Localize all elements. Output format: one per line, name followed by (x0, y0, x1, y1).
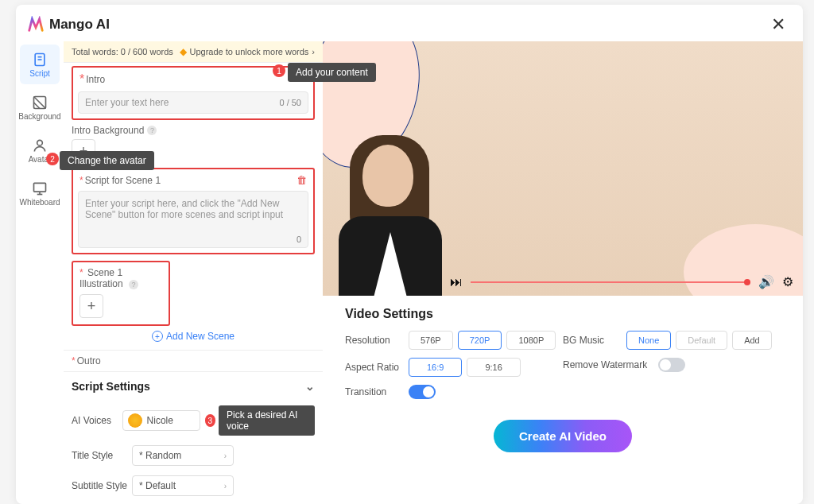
title-style-label: Title Style (72, 450, 132, 461)
callout-3: Pick a desired AI voice (219, 405, 315, 436)
scene-count: 0 (297, 235, 301, 244)
word-banner: Total words: 0 / 600 words ◆ Upgrade to … (64, 41, 323, 63)
preview-canvas: ⏭ 🔊 ⚙ (323, 41, 803, 296)
svg-rect-7 (34, 183, 46, 192)
voice-avatar-icon (128, 413, 142, 428)
callout-1: Add your content (288, 63, 376, 82)
bgmusic-label: BG Music (563, 335, 626, 346)
chevron-right-icon: › (224, 452, 227, 460)
scene-textarea[interactable]: Enter your script here, and click the "A… (78, 191, 308, 248)
seek-bar[interactable] (471, 281, 750, 283)
trash-icon[interactable]: 🗑 (297, 174, 307, 186)
intro-label: Intro (86, 74, 105, 85)
nav-background[interactable]: Background (20, 87, 60, 127)
subtitle-style-label: Subtitle Style (72, 480, 132, 491)
close-icon[interactable]: ✕ (766, 13, 790, 37)
svg-point-6 (37, 140, 43, 145)
res-576-button[interactable]: 576P (409, 331, 453, 350)
chevron-right-icon: › (224, 482, 227, 490)
callout-badge-2: 2 (46, 153, 59, 165)
chevron-down-icon: ⌄ (305, 380, 315, 393)
transition-label: Transition (345, 386, 409, 397)
brand-name: Mango AI (49, 17, 110, 33)
title-style-select[interactable]: * Random› (132, 445, 234, 466)
nav-whiteboard[interactable]: Whiteboard (20, 173, 60, 213)
res-1080-button[interactable]: 1080P (506, 331, 556, 350)
aspect-label: Aspect Ratio (345, 362, 409, 373)
diamond-icon: ◆ (180, 46, 187, 57)
side-nav: Script Background Avatar Whiteboard (16, 41, 64, 504)
intro-bg-label: Intro Background (72, 125, 144, 136)
play-next-icon[interactable]: ⏭ (450, 275, 463, 289)
res-720-button[interactable]: 720P (458, 331, 502, 350)
logo-icon (27, 16, 45, 33)
callout-badge-1: 1 (273, 64, 285, 77)
video-settings-title: Video Settings (345, 307, 781, 321)
add-illustration-button[interactable]: + (79, 294, 103, 318)
illustration-section: * Scene 1 Illustration ? + (72, 261, 170, 326)
callout-badge-3: 3 (205, 414, 215, 427)
create-video-button[interactable]: Create AI Video (494, 420, 632, 452)
bg-add-button[interactable]: Add (732, 331, 772, 350)
help-icon[interactable]: ? (129, 280, 138, 289)
avatar-preview (323, 121, 466, 296)
bg-default-button[interactable]: Default (676, 331, 727, 350)
brand-logo: Mango AI (27, 16, 110, 33)
gear-icon[interactable]: ⚙ (782, 274, 793, 289)
nav-script[interactable]: Script (20, 45, 60, 84)
voices-label: AI Voices (72, 415, 122, 426)
svg-line-4 (34, 96, 46, 108)
transition-toggle[interactable] (409, 385, 436, 399)
upgrade-link[interactable]: ◆ Upgrade to unlock more words › (180, 46, 315, 57)
volume-icon[interactable]: 🔊 (758, 274, 774, 289)
script-settings-toggle[interactable]: Script Settings ⌄ (64, 371, 323, 401)
resolution-label: Resolution (345, 335, 409, 346)
scene-label: Script for Scene 1 (85, 175, 161, 186)
intro-input[interactable]: Enter your text here 0 / 50 (78, 91, 308, 114)
scene-section: * Script for Scene 1 🗑 Enter your script… (72, 168, 315, 254)
plus-icon: + (152, 331, 163, 342)
ar-169-button[interactable]: 16:9 (409, 358, 462, 377)
voice-select[interactable]: Nicole (122, 410, 200, 431)
illustration-label: Scene 1 Illustration (79, 267, 123, 289)
subtitle-style-select[interactable]: * Default› (132, 475, 234, 496)
outro-label: Outro (77, 355, 101, 366)
bg-none-button[interactable]: None (626, 331, 671, 350)
callout-2: Change the avatar (60, 151, 154, 170)
chevron-right-icon: › (312, 47, 315, 56)
ar-916-button[interactable]: 9:16 (467, 358, 520, 377)
intro-counter: 0 / 50 (279, 98, 301, 107)
help-icon[interactable]: ? (147, 126, 157, 135)
watermark-toggle[interactable] (658, 358, 685, 372)
word-count: Total words: 0 / 600 words (72, 47, 173, 56)
add-new-scene-button[interactable]: + Add New Scene (152, 331, 235, 342)
watermark-label: Remove Watermark (563, 359, 658, 370)
svg-line-5 (34, 103, 41, 109)
